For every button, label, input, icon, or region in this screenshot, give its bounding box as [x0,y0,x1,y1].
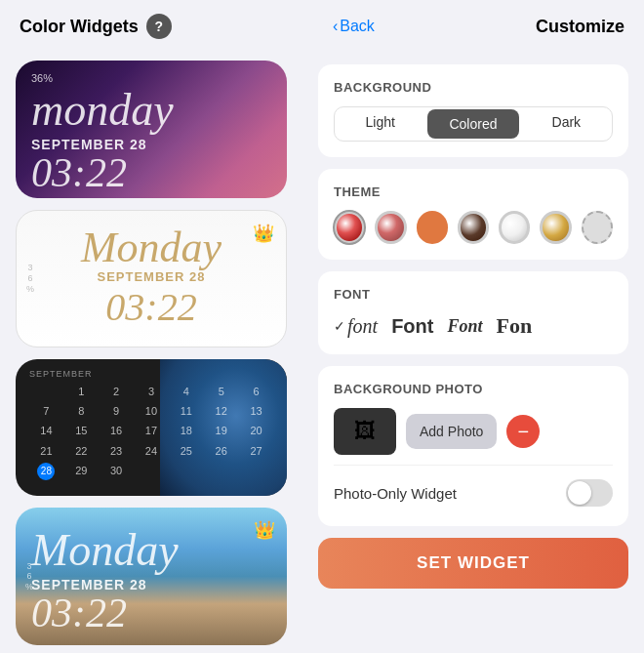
cal-cell: 8 [64,402,99,421]
photo-only-toggle[interactable] [566,479,613,507]
back-button[interactable]: ‹ Back [333,18,375,35]
cal-cell: 13 [239,402,273,421]
background-section: BACKGROUND Light Colored Dark [318,64,628,157]
photo-only-label: Photo-Only Widget [334,485,457,502]
widget-4-content: Monday SEPTEMBER 28 03:22 [16,508,287,645]
widget-preview-light[interactable]: 36% 👑 Monday SEPTEMBER 28 03:22 [16,210,287,347]
main-content: 36% monday SEPTEMBER 28 03:22 36% 👑 Mond… [0,53,644,653]
cal-cell: 22 [64,442,99,461]
theme-color-row [334,211,613,244]
cal-cell: 4 [169,383,203,401]
cal-cell: 23 [100,442,134,461]
cal-cell: 25 [169,442,203,461]
font-option-serif[interactable]: Fon [496,313,532,339]
font-label: FONT [334,287,613,302]
customize-title: Customize [536,17,624,37]
cal-cell: 16 [100,422,134,440]
widget-preview-calendar[interactable]: SEPTEMBER 1 2 3 4 5 6 7 8 9 10 11 12 [16,359,287,497]
cal-cell-today: 28 [29,462,63,480]
widget-preview-beach[interactable]: 36% 👑 Monday SEPTEMBER 28 03:22 [16,508,287,645]
image-icon: 🖼 [354,419,376,444]
cal-cell: 19 [204,422,238,440]
photo-thumbnail[interactable]: 🖼 [334,408,396,455]
background-label: BACKGROUND [334,80,613,95]
bg-option-light[interactable]: Light [335,107,425,141]
font-section: FONT ✓ font Font Font Fon [318,271,628,354]
widget-preview-floral[interactable]: 36% monday SEPTEMBER 28 03:22 [16,61,287,198]
widget-previews-panel: 36% monday SEPTEMBER 28 03:22 36% 👑 Mond… [0,53,302,653]
cal-cell: 18 [169,422,203,440]
background-toggle: Light Colored Dark [334,106,613,142]
cal-cell: 3 [135,383,169,401]
cal-cell [29,383,63,401]
cal-cell: 26 [204,442,238,461]
font-options-row: ✓ font Font Font Fon [334,313,613,339]
font-label-script: font [347,315,378,338]
cal-cell: 14 [29,422,63,440]
widget-1-day: monday [31,88,271,133]
help-button[interactable]: ? [146,14,172,39]
divider [334,465,613,466]
customize-panel: BACKGROUND Light Colored Dark THEME FONT [302,53,644,653]
widget-3-content: SEPTEMBER 1 2 3 4 5 6 7 8 9 10 11 12 [16,359,287,497]
header-left-group: Color Widgets ? [20,14,172,39]
minus-icon: − [518,421,530,443]
cal-cell: 1 [64,383,99,401]
font-option-script[interactable]: ✓ font [334,315,378,338]
photo-only-toggle-row: Photo-Only Widget [334,475,613,510]
theme-circle-5[interactable] [499,211,530,244]
widget-2-time: 03:22 [105,284,196,330]
cal-cell: 20 [239,422,273,440]
bg-option-dark[interactable]: Dark [521,107,612,141]
calendar-grid: 1 2 3 4 5 6 7 8 9 10 11 12 13 14 15 [29,383,273,481]
cal-cell: 12 [204,402,238,421]
cal-cell: 9 [100,402,134,421]
cal-cell: 10 [135,402,169,421]
theme-circle-2[interactable] [375,211,406,244]
cal-cell: 21 [29,442,63,461]
bg-photo-label: BACKGROUND PHOTO [334,382,613,396]
font-option-bold[interactable]: Font [391,315,433,338]
font-check-icon: ✓ [334,318,345,334]
cal-cell: 7 [29,402,63,421]
cal-cell: 5 [204,383,238,401]
widget-2-day: Monday [81,226,221,269]
cal-cell: 15 [64,422,99,440]
cal-cell: 11 [169,402,203,421]
widget-1-time: 03:22 [31,152,271,193]
add-photo-button[interactable]: Add Photo [406,414,497,449]
cal-cell: 24 [135,442,169,461]
widget-2-date: SEPTEMBER 28 [98,269,206,284]
background-photo-section: BACKGROUND PHOTO 🖼 Add Photo − Photo-Onl… [318,366,628,526]
theme-circle-more[interactable] [582,211,613,244]
chevron-left-icon: ‹ [333,18,338,35]
font-option-italic[interactable]: Font [447,316,482,337]
widget-1-content: 36% monday SEPTEMBER 28 03:22 [16,61,287,198]
cal-cell: 30 [100,462,134,480]
set-widget-button[interactable]: SET WIDGET [318,538,628,589]
calendar-month: SEPTEMBER [29,369,273,379]
widget-1-percent: 36% [31,72,271,84]
widget-4-day: Monday [31,528,271,573]
theme-section: THEME [318,169,628,260]
remove-photo-button[interactable]: − [506,415,540,448]
app-title: Color Widgets [20,17,139,37]
widget-4-time: 03:22 [31,592,271,633]
toggle-thumb [568,481,591,505]
theme-circle-6[interactable] [540,211,571,244]
widget-2-content: Monday SEPTEMBER 28 03:22 [17,211,286,347]
cal-cell: 29 [64,462,99,480]
photo-controls-row: 🖼 Add Photo − [334,408,613,455]
theme-circle-4[interactable] [458,211,489,244]
header: Color Widgets ? ‹ Back Customize [0,0,644,53]
cal-cell: 6 [239,383,273,401]
cal-cell: 27 [239,442,273,461]
theme-circle-3[interactable] [417,211,448,244]
bg-option-colored[interactable]: Colored [427,109,518,139]
cal-cell: 17 [135,422,169,440]
theme-label: THEME [334,184,613,199]
back-label: Back [340,18,375,35]
theme-circle-1[interactable] [334,211,365,244]
cal-cell: 2 [100,383,134,401]
